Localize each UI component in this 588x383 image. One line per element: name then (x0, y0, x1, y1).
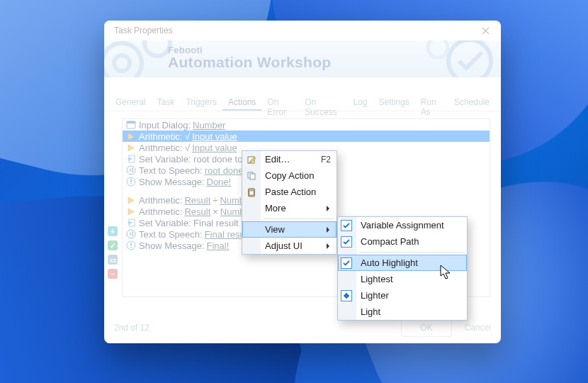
action-icon (125, 240, 136, 251)
tab-on-success[interactable]: On Success (299, 94, 347, 111)
tab-triggers[interactable]: Triggers (180, 94, 222, 111)
radio-selected-icon (341, 290, 352, 301)
submenu-item-variable-assignment[interactable]: Variable Assignment (338, 217, 467, 233)
tab-log[interactable]: Log (347, 94, 373, 111)
mouse-cursor (440, 265, 451, 280)
svg-point-4 (428, 40, 448, 57)
action-row[interactable]: Input Dialog:Number (123, 119, 490, 131)
action-icon (125, 143, 136, 153)
submenu-item-lighter[interactable]: Lighter (338, 287, 467, 304)
menu-item-copy-action[interactable]: Copy Action (242, 167, 337, 184)
delete-action-button[interactable]: − (108, 269, 118, 279)
action-icon (125, 120, 136, 131)
chevron-right-icon (325, 205, 331, 212)
check-action-button[interactable]: ✓ (108, 240, 118, 250)
svg-rect-11 (130, 183, 132, 184)
clipboard-action-button[interactable]: ▭ (108, 255, 118, 265)
side-buttons: + ✓ ▭ − (108, 226, 119, 283)
menu-item-adjust-ui[interactable]: Adjust UI (242, 238, 337, 254)
ok-button[interactable]: OK (401, 318, 451, 337)
context-menu[interactable]: Edit…F2Copy ActionPaste ActionMoreViewAd… (242, 150, 337, 255)
submenu-item-light[interactable]: Light (338, 304, 467, 320)
tab-actions[interactable]: Actions (222, 94, 261, 111)
svg-rect-10 (130, 179, 132, 182)
menu-item-view[interactable]: View (242, 221, 337, 238)
svg-point-2 (145, 40, 170, 56)
titlebar: Task Properties (104, 21, 501, 40)
tab-settings[interactable]: Settings (373, 94, 414, 111)
action-icon (125, 154, 136, 165)
checkmark-icon (341, 236, 352, 248)
checkmark-icon (341, 257, 352, 269)
action-icon (125, 229, 136, 240)
tab-task[interactable]: Task (152, 94, 181, 111)
close-button[interactable] (470, 21, 501, 40)
svg-rect-19 (250, 174, 255, 179)
action-row[interactable]: Arithmetic: √Input value (123, 131, 490, 142)
copy-icon (246, 170, 257, 182)
add-action-button[interactable]: + (108, 226, 118, 236)
close-icon (482, 27, 490, 35)
submenu-item-compact-path[interactable]: Compact Path (338, 233, 467, 250)
menu-item-paste-action[interactable]: Paste Action (242, 184, 337, 200)
banner-text: Febooti Automation Workshop (168, 45, 331, 71)
svg-point-3 (448, 40, 491, 77)
action-icon (125, 195, 136, 206)
svg-rect-22 (249, 191, 254, 195)
tab-general[interactable]: General (110, 94, 152, 111)
edit-icon (246, 154, 257, 165)
checkmark-icon (341, 220, 352, 231)
gear-right-icon (420, 40, 501, 77)
tab-run-as[interactable]: Run As (415, 94, 448, 111)
window-title: Task Properties (104, 26, 173, 35)
cancel-button[interactable]: Cancel (465, 323, 491, 333)
svg-rect-6 (127, 121, 135, 123)
svg-rect-15 (130, 243, 132, 246)
tab-schedule[interactable]: Schedule (448, 94, 495, 111)
svg-point-1 (114, 55, 130, 71)
action-icon (125, 165, 136, 176)
action-icon (125, 218, 136, 228)
pagination-label: 2nd of 12 (114, 323, 149, 333)
menu-item-edit[interactable]: Edit…F2 (242, 151, 337, 167)
menu-item-more[interactable]: More (242, 200, 337, 216)
action-icon (125, 177, 136, 187)
banner: Febooti Automation Workshop (104, 40, 501, 77)
tab-on-error[interactable]: On Error (261, 94, 299, 111)
tabstrip: GeneralTaskTriggersActionsOn ErrorOn Suc… (104, 94, 501, 111)
chevron-right-icon (325, 243, 331, 250)
paste-icon (246, 187, 257, 198)
svg-rect-16 (130, 247, 132, 248)
action-icon (125, 206, 136, 217)
svg-rect-21 (250, 188, 253, 189)
chevron-right-icon (325, 226, 331, 233)
action-icon (125, 131, 136, 142)
